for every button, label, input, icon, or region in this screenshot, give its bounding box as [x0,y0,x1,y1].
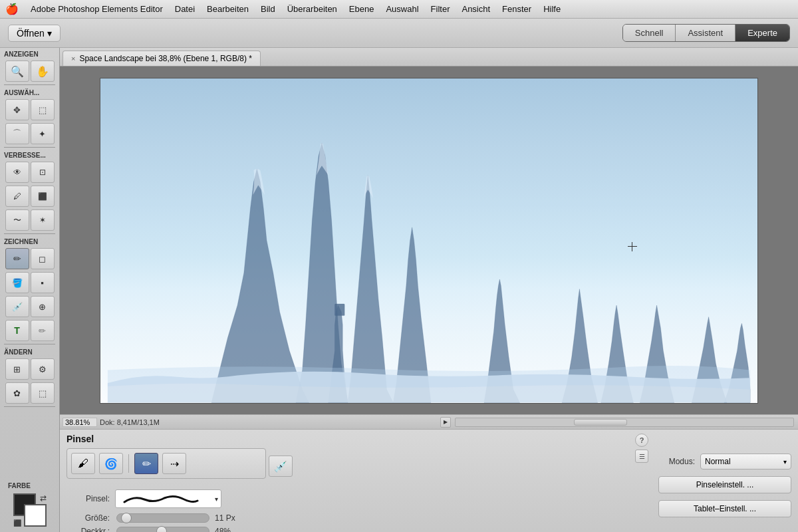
color-box-container: ⇄ ⬛ [13,493,47,527]
modus-select[interactable]: Normal ▾ [700,454,791,469]
status-info-arrow[interactable]: ▶ [440,417,451,428]
menu-datei[interactable]: Datei [170,3,200,15]
opacity-slider[interactable] [116,527,209,532]
zeichnen-label: ZEICHNEN [0,235,59,247]
apple-logo[interactable]: 🍎 [5,3,19,15]
menu-ueberarbeiten[interactable]: Überarbeiten [282,3,342,15]
opacity-value: 48% [215,527,241,532]
bottom-panel: Pinsel 🖌 🌀 ✏ ⇢ 💉 Pinsel: [60,429,798,532]
crop-tool[interactable]: ⊞ [5,358,29,380]
h-scrollbar[interactable] [455,418,794,427]
fill-tool[interactable]: 🪣 [5,272,29,293]
menu-bild[interactable]: Bild [255,3,281,15]
h-scroll-thumb[interactable] [574,419,627,426]
modus-dropdown-arrow: ▾ [783,458,787,466]
anzeigen-label: Anzeigen [0,48,59,59]
tab-close[interactable]: × [71,55,75,63]
background-color[interactable] [24,504,47,527]
brush-soft[interactable]: 🖌 [71,453,95,474]
anzeigen-tools: 🔍 ✋ [0,59,59,83]
verbesse-row3: 〜 ✶ [0,208,59,232]
search-tool[interactable]: 🔍 [5,61,29,82]
modus-value: Normal [705,457,731,466]
menu-ebene[interactable]: Ebene [344,3,380,15]
pinseleinstell-button[interactable]: Pinseleinstell. ... [658,476,791,493]
zeichnen-row3: 💉 ⊕ [0,295,59,319]
recompose-tool[interactable]: ⚙ [31,358,55,380]
open-arrow: ▾ [47,28,52,39]
tab-schnell[interactable]: Schnell [623,25,676,41]
tab-experte[interactable]: Experte [735,25,789,41]
size-row: Größe: 11 Px [66,513,625,523]
blur-tool[interactable]: 〜 [5,209,29,231]
menu-filter[interactable]: Filter [426,3,456,15]
color-reset[interactable]: ⬛ [13,519,21,527]
pinsel-row: Pinsel: ▾ [66,489,625,508]
brush-presets: 🖌 🌀 ✏ ⇢ [66,448,266,479]
tableteinstell-button[interactable]: Tablet–Einstell. ... [658,500,791,517]
pinsel-preview[interactable]: ▾ [115,489,221,508]
canvas-tab-title: Space Landscape bei 38,8% (Ebene 1, RGB/… [79,54,252,63]
clone-tool[interactable]: ⬛ [31,186,55,207]
opacity-row: Deckkr.: 48% [66,527,625,532]
eraser-tool[interactable]: ◻ [31,248,55,269]
zoom-input[interactable] [63,418,97,427]
line-tool[interactable]: ✏ [31,320,55,341]
main-area: Anzeigen 🔍 ✋ AUSWÄH... ✥ ⬚ ⌒ ✦ VERBESSE.… [0,48,798,532]
canvas-image[interactable] [100,78,758,404]
tab-assistent[interactable]: Assistent [676,25,735,41]
aendern-label: ÄNDERN [0,346,59,357]
brush-standard[interactable]: ✏ [134,453,158,474]
smudge-tool[interactable]: ✶ [31,209,55,231]
size-value: 11 Px [215,513,241,523]
brush-color-replace[interactable]: ⇢ [162,453,186,474]
move-tool[interactable]: ✥ [5,99,29,120]
tool-options: Pinsel 🖌 🌀 ✏ ⇢ 💉 Pinsel: [60,430,632,532]
list-button[interactable]: ☰ [635,450,648,463]
size-slider[interactable] [116,513,209,523]
aendern-row1: ⊞ ⚙ [0,357,59,381]
help-area: ? ☰ [632,430,652,532]
menu-auswahl[interactable]: Auswahl [380,3,424,15]
brush-impressionist[interactable]: 🌀 [99,453,123,474]
opacity-slider-container: 48% [116,527,241,532]
canvas-wrapper[interactable] [60,66,798,414]
open-button[interactable]: Öffnen ▾ [8,25,61,42]
tool-options-header: Pinsel [66,434,625,444]
marquee-tool[interactable]: ⬚ [31,99,55,120]
hand-tool[interactable]: ✋ [31,61,55,82]
color-swap[interactable]: ⇄ [40,493,47,503]
groesse-label: Größe: [66,513,110,523]
redeye-tool[interactable]: 👁 [5,162,29,183]
magic-wand-tool[interactable]: ✦ [31,123,55,144]
pencil-tool[interactable]: ✏ [5,248,29,269]
brush-preset-area: 🖌 🌀 ✏ ⇢ 💉 [66,448,625,484]
pinsel-label: Pinsel: [66,494,110,503]
menu-ansicht[interactable]: Ansicht [456,3,495,15]
gradient-tool[interactable]: ▪ [31,272,55,293]
menu-bearbeiten[interactable]: Bearbeiten [201,3,254,15]
shape-tool[interactable]: ⊕ [31,296,55,317]
content-aware-tool[interactable]: ⬚ [31,382,55,404]
liquify-tool[interactable]: ✿ [5,382,29,404]
color-picker-icon[interactable]: 💉 [269,456,293,477]
canvas-area: × Space Landscape bei 38,8% (Ebene 1, RG… [60,48,798,532]
zeichnen-row4: T ✏ [0,319,59,342]
status-bar: Dok: 8,41M/13,1M ▶ [60,414,798,429]
canvas-tab[interactable]: × Space Landscape bei 38,8% (Ebene 1, RG… [63,51,261,66]
spot-heal-tool[interactable]: ⊡ [31,162,55,183]
menu-app[interactable]: Adobe Photoshop Elements Editor [25,3,168,15]
farbe-label: Farbe [4,479,55,491]
lasso-tool[interactable]: ⌒ [5,123,29,144]
verbesse-label: VERBESSE... [0,149,59,160]
menubar: 🍎 Adobe Photoshop Elements Editor Datei … [0,0,798,19]
menu-hilfe[interactable]: Hilfe [538,3,566,15]
modus-row: Modus: Normal ▾ [658,454,791,469]
brush-enhance[interactable]: 🖊 [5,186,29,207]
type-tool[interactable]: T [5,320,29,341]
modus-label: Modus: [658,457,695,466]
pinsel-dropdown-arrow[interactable]: ▾ [215,495,218,503]
menu-fenster[interactable]: Fenster [497,3,537,15]
eyedropper-tool[interactable]: 💉 [5,296,29,317]
help-button[interactable]: ? [635,434,648,447]
